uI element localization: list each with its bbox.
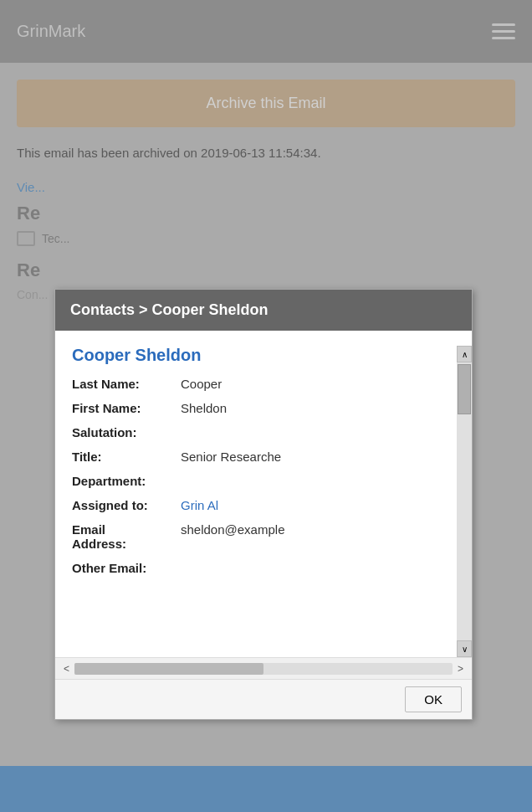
hscroll-left-button[interactable]: < — [59, 663, 74, 675]
hscroll-track — [74, 663, 453, 675]
field-value-firstname: Sheldon — [181, 401, 443, 415]
field-label-title: Title: — [72, 450, 181, 464]
modal-footer: OK — [55, 679, 472, 719]
field-value-assigned[interactable]: Grin Al — [181, 498, 443, 512]
field-value-title: Senior Researche — [181, 450, 443, 464]
field-value-lastname: Cooper — [181, 377, 443, 391]
field-label-other-email: Other Email: — [72, 561, 181, 575]
field-label-salutation: Salutation: — [72, 425, 181, 439]
modal-header: Contacts > Cooper Sheldon — [55, 290, 472, 331]
scroll-down-button[interactable]: ∨ — [457, 640, 472, 657]
field-row-assigned: Assigned to: Grin Al — [72, 498, 443, 512]
field-label-email: EmailAddress: — [72, 522, 181, 551]
vertical-scrollbar: ∧ ∨ — [457, 346, 472, 657]
field-row-email: EmailAddress: sheldon@example — [72, 522, 443, 551]
field-row-salutation: Salutation: — [72, 425, 443, 439]
modal-dialog: Contacts > Cooper Sheldon Cooper Sheldon… — [54, 289, 473, 720]
field-row-department: Department: — [72, 474, 443, 488]
ok-button[interactable]: OK — [405, 686, 462, 712]
modal-scroll-content: Cooper Sheldon Last Name: Cooper First N… — [55, 346, 457, 657]
field-row-other-email: Other Email: — [72, 561, 443, 575]
field-label-assigned: Assigned to: — [72, 498, 181, 512]
scroll-up-button[interactable]: ∧ — [457, 346, 472, 362]
field-row-lastname: Last Name: Cooper — [72, 377, 443, 391]
scroll-thumb[interactable] — [458, 364, 471, 414]
field-label-lastname: Last Name: — [72, 377, 181, 391]
field-row-title: Title: Senior Researche — [72, 450, 443, 464]
field-value-email: sheldon@example — [181, 522, 443, 537]
hscroll-thumb[interactable] — [74, 663, 263, 675]
field-label-department: Department: — [72, 474, 181, 488]
horizontal-scrollbar: < > — [55, 657, 472, 679]
hscroll-right-button[interactable]: > — [453, 663, 468, 675]
field-row-firstname: First Name: Sheldon — [72, 401, 443, 415]
field-label-firstname: First Name: — [72, 401, 181, 415]
contact-name-link[interactable]: Cooper Sheldon — [72, 346, 443, 365]
modal-body: Cooper Sheldon Last Name: Cooper First N… — [55, 331, 472, 657]
